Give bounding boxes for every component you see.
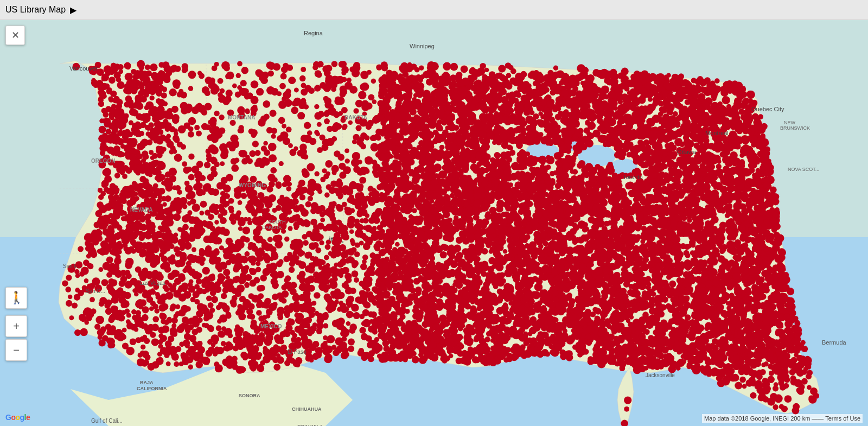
titlebar-arrow: ▶: [70, 5, 76, 15]
collapse-button[interactable]: ✕: [5, 26, 25, 45]
google-logo: Google: [5, 413, 30, 422]
zoom-out-button[interactable]: −: [5, 339, 27, 361]
map-background: ite...: [0, 20, 868, 426]
street-view-button[interactable]: 🚶: [5, 287, 27, 309]
map-controls: 🚶 + −: [5, 287, 27, 361]
titlebar: US Library Map ▶: [0, 0, 868, 20]
map-attribution: Map data ©2018 Google, INEGI 200 km —— T…: [702, 414, 863, 423]
zoom-in-button[interactable]: +: [5, 315, 27, 337]
svg-point-6: [526, 143, 559, 158]
svg-point-5: [559, 138, 580, 151]
svg-point-4: [610, 158, 637, 175]
svg-text:ite...: ite...: [329, 236, 344, 244]
titlebar-title: US Library Map: [5, 5, 66, 15]
svg-point-3: [578, 145, 616, 167]
map-container: ite... Vancouver Winnipeg Regina Quebec …: [0, 20, 868, 426]
